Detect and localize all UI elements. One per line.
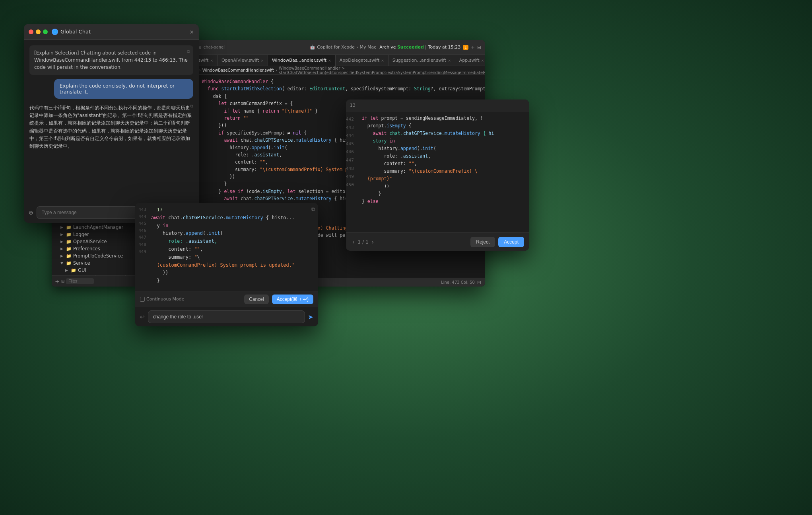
attach-icon[interactable]: ⊕ [29,209,33,216]
maximize-button[interactable] [43,29,48,34]
sug-code-content[interactable]: if let prompt = sendingMessageImmediatel… [360,111,529,232]
code-line: story in [362,137,526,145]
tree-item-preferences[interactable]: ▶ 📁 Preferences [54,245,137,252]
chat-panel-label: chat-panel [204,45,225,49]
tab-label: WindowBas...andler.swift [272,58,326,63]
ptc-code-area: 443 444 445 446 447 448 449 17 await cha… [135,203,318,291]
sug-line-num: 13 [350,103,355,108]
tab-close-icon[interactable]: × [448,59,451,62]
code-line: func startChatWithSelection( editor: Edi… [202,85,482,92]
breadcrumb-func[interactable]: WindowBaseCommandHandler > startChatWith… [279,66,485,75]
xcode-toolbar-center: 🤖 Copilot for Xcode › My Mac [310,45,376,50]
tree-item-prompttocodeservice[interactable]: ▶ 📁 PromptToCodeService [54,252,137,259]
minimize-button[interactable] [36,29,41,34]
breadcrumb-sep: › [199,68,201,72]
tab-close-icon[interactable]: × [328,59,331,62]
tree-item-service[interactable]: ▼ 📁 Service [54,259,137,267]
build-time: Today at 15:23 [428,45,461,50]
build-success-label: Succeeded [397,45,424,50]
folder-icon: 📁 [66,261,72,266]
ptc-accept-button[interactable]: Accept(⌘ + ↩) [272,295,313,304]
copy-icon[interactable]: ⧉ [187,49,190,55]
xcode-project-name: Copilot for Xcode [317,45,355,50]
tree-item-gui[interactable]: ▶ 📁 GUI [54,267,137,274]
tree-item-openaiservice[interactable]: ▶ 📁 OpenAIService [54,238,137,245]
chat-system-message: [Explain Selection] Chatting about selec… [29,45,193,75]
tab-close-icon[interactable]: × [381,59,384,62]
add-icon[interactable]: + [55,278,60,285]
tab-app-swift[interactable]: App.swift × [455,55,485,66]
folder-icon: 📁 [66,225,72,230]
code-line: role: .assistant, [151,238,315,246]
sug-nav-label: 1 / 1 [358,239,369,245]
tree-arrow-icon: ▶ [60,247,64,251]
code-line: await chat.chatGPTService.mutateHistory … [151,214,315,222]
line-num: 448 [346,166,357,171]
sug-accept-button[interactable]: Accept [498,237,524,247]
code-line: history.append(.init( [151,230,315,238]
ptc-code-content[interactable]: 17 await chat.chatGPTService.mutateHisto… [150,203,318,291]
chat-close-icon[interactable]: × [189,29,194,35]
ptc-undo-icon[interactable]: ↩ [140,314,145,320]
code-line: if let prompt = sendingMessageImmediatel… [362,115,526,122]
tab-close-icon[interactable]: × [260,59,264,62]
tree-label: PromptToCodeService [73,253,123,259]
tab-close-icon[interactable]: × [481,59,484,62]
tab-appdelegate[interactable]: AppDelegate.swift × [336,55,389,66]
close-button[interactable] [29,29,33,34]
xcode-split-icon[interactable]: ⊟ [477,280,481,285]
tab-openaiview[interactable]: OpenAIView.swift × [218,55,268,66]
line-num: 447 [346,158,357,163]
xcode-build-status: Archive Succeeded | Today at 15:23 [379,45,460,50]
tree-label: LaunchAgentManager [73,224,123,230]
sug-nav: ‹ 1 / 1 › [351,238,467,246]
line-num: 447 [135,234,150,241]
xcode-toolbar-left: ◀ ▶ ⊞ chat-panel [187,45,307,49]
folder-icon: 📁 [71,268,76,273]
line-num: 446 [135,227,150,234]
tree-arrow-icon: ▶ [60,232,64,236]
line-num: 449 [346,174,357,179]
sug-reject-button[interactable]: Reject [470,237,495,247]
code-line: prompt.isEmpty { [362,122,526,130]
copy-assistant-icon[interactable]: ⧉ [190,103,193,110]
code-line: content: "", [151,246,315,254]
sug-gutter: 442 443 444 445 446 447 448 449 450 [346,111,360,232]
chat-icon: 🌐 [52,29,58,35]
line-num: 446 [346,149,357,154]
code-line: )) [151,269,315,277]
chat-panel: 🌐 Global Chat × [Explain Selection] Chat… [24,24,199,223]
sug-next-icon[interactable]: › [370,238,376,246]
sug-prev-icon[interactable]: ‹ [351,238,356,246]
ptc-cancel-button[interactable]: Cancel [244,295,268,304]
filetree-bottom: + ⊞ [52,275,139,287]
tree-item-logger[interactable]: ▶ 📁 Logger [54,231,137,238]
line-num: 449 [135,248,150,256]
window-controls [29,29,48,34]
chat-assistant-message: 代码中有三个if语句，根据条件的不同分别执行不同的操作，都是向聊天历史记录中添加… [29,103,193,152]
chat-titlebar: 🌐 Global Chat × [24,24,199,40]
ptc-input[interactable] [148,310,305,323]
breadcrumb-file[interactable]: WindowBaseCommandHandler.swift [202,68,274,72]
tab-suggestionhandler[interactable]: Suggestion...andler.swift × [389,55,455,66]
tree-label: Preferences [73,246,100,252]
ptc-send-icon[interactable]: ➤ [308,313,313,321]
line-num: 445 [346,141,357,146]
code-line: } else [362,198,526,205]
tab-label: App.swift [459,58,480,63]
tab-windowbasecommandhandler[interactable]: WindowBas...andler.swift × [268,55,336,66]
tree-arrow-icon: ▶ [60,254,64,258]
line-num: 450 [346,182,357,187]
xcode-toolbar-plus[interactable]: + [471,45,475,50]
folder-icon: 📁 [66,254,72,259]
xcode-inspector-toggle[interactable]: ⊟ [477,45,481,50]
chat-assistant-text: 代码中有三个if语句，根据条件的不同分别执行不同的操作，都是向聊天历史记录中添加… [29,105,192,149]
xcode-device: My Mac [360,45,377,50]
continuous-mode-checkbox[interactable] [140,297,145,302]
tree-item-launchagent[interactable]: ▶ 📁 LaunchAgentManager [54,224,137,231]
chat-user-bubble: Explain the code concisely, do not inter… [54,79,193,99]
tab-close-icon[interactable]: × [210,59,213,62]
ptc-copy-icon[interactable]: ⧉ [311,206,315,213]
continuous-mode-option: Continuous Mode [140,297,185,302]
filetree-filter[interactable] [66,278,94,284]
